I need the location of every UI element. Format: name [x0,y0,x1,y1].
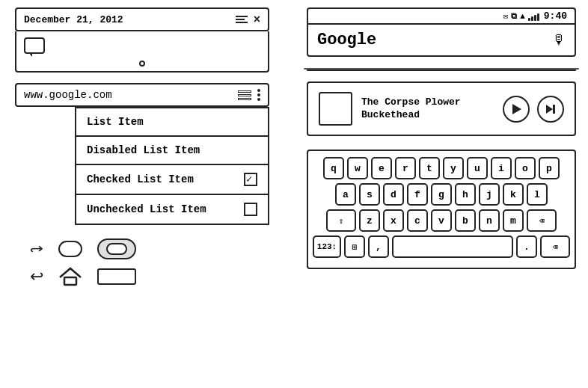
wifi-icon: ▲ [520,12,525,21]
skip-inner [546,105,555,114]
bottom-nav-row2: ↩ [30,267,292,286]
browser-date: December 21, 2012 [24,14,123,25]
key-special[interactable]: ⊞ [344,235,365,258]
key-o[interactable]: o [515,157,536,179]
google-search-bar[interactable]: Google 🎙 [307,23,576,57]
key-v[interactable]: v [431,209,452,232]
home-button[interactable] [58,241,82,257]
list-item-checked-label: Checked List Item [87,173,194,185]
key-e[interactable]: e [371,157,392,179]
filter-icon[interactable] [236,16,248,23]
key-b[interactable]: b [455,209,476,232]
mic-icon[interactable]: 🎙 [552,32,566,48]
song-title: The Corpse Plower Buckethead [361,96,494,122]
confirm-button[interactable] [97,238,136,259]
bottom-nav-row1: ↩ [30,238,292,259]
keyboard-row-1: q w e r t y u i o p [313,157,570,179]
stack-icon[interactable] [238,90,251,100]
google-search-text: Google [317,31,376,49]
key-j[interactable]: j [479,183,500,206]
key-q[interactable]: q [323,157,344,179]
key-f[interactable]: f [407,183,428,206]
key-num[interactable]: 123↕ [313,235,341,258]
key-l[interactable]: l [527,183,548,206]
key-z[interactable]: z [359,209,380,232]
key-m[interactable]: m [503,209,524,232]
divider-line [307,69,576,71]
key-w[interactable]: w [347,157,368,179]
key-r[interactable]: r [395,157,416,179]
keyboard-row-2: a s d f g h j k l [313,183,570,206]
play-controls [503,96,564,123]
key-a[interactable]: a [335,183,356,206]
mail-icon: ✉ [503,11,509,21]
music-player: The Corpse Plower Buckethead [307,81,576,136]
more-options-icon[interactable] [257,89,260,101]
key-i[interactable]: i [491,157,512,179]
key-backspace2[interactable]: ⌫ [540,235,570,258]
key-h[interactable]: h [455,183,476,206]
keyboard: q w e r t y u i o p a s d f g h j k l ⇧ … [307,150,576,269]
rect-button[interactable] [97,268,136,285]
keyboard-row-3: ⇧ z x c v b n m ⌫ [313,209,570,232]
left-panel: December 21, 2012 × www.google.com List … [15,7,292,286]
key-period[interactable]: . [516,235,537,258]
checkbox-empty-icon[interactable] [244,203,257,216]
key-k[interactable]: k [503,183,524,206]
key-t[interactable]: t [419,157,440,179]
play-triangle-icon [512,104,521,114]
back-button[interactable]: ↩ [30,241,43,257]
browser-content [15,31,269,73]
home-icon[interactable] [58,267,82,286]
skip-bar-icon [553,105,555,114]
keyboard-row-4: 123↕ ⊞ , . ⌫ [313,235,570,258]
key-c[interactable]: c [407,209,428,232]
time-display: 9:40 [544,10,567,22]
checkbox-checked-icon[interactable] [244,173,257,186]
play-button[interactable] [503,96,530,123]
list-item-unchecked[interactable]: Unchecked List Item [75,194,269,225]
list-item-disabled: Disabled List Item [75,135,269,164]
key-y[interactable]: y [443,157,464,179]
key-d[interactable]: d [383,183,404,206]
status-icons: ✉ ⧉ ▲ [503,11,539,21]
key-g[interactable]: g [431,183,452,206]
album-art [319,92,352,126]
list-item-disabled-label: Disabled List Item [87,144,200,156]
list-items: List Item Disabled List Item Checked Lis… [75,107,269,225]
key-shift[interactable]: ⇧ [326,209,356,232]
url-bar[interactable]: www.google.com [15,83,269,107]
key-s[interactable]: s [359,183,380,206]
list-item-unchecked-label: Unchecked List Item [87,203,206,215]
svg-rect-0 [64,277,76,285]
key-space[interactable] [392,235,513,258]
key-backspace[interactable]: ⌫ [527,209,557,232]
list-item-checked[interactable]: Checked List Item [75,164,269,194]
browser-top-bar: December 21, 2012 × [15,7,269,31]
key-n[interactable]: n [479,209,500,232]
signal-bars [528,12,539,21]
right-panel: ✉ ⧉ ▲ 9:40 Google 🎙 The Corpse Plower Bu… [307,7,576,269]
chat-icon [24,37,45,54]
close-icon[interactable]: × [254,13,260,25]
image-icon: ⧉ [511,12,517,21]
confirm-inner [106,243,127,255]
url-text: www.google.com [24,89,112,101]
key-p[interactable]: p [539,157,560,179]
url-icons [238,89,260,101]
list-item-label: List Item [87,116,144,128]
skip-button[interactable] [537,96,564,123]
key-x[interactable]: x [383,209,404,232]
song-info: The Corpse Plower Buckethead [361,96,494,122]
circle-dot [139,61,145,67]
browser-controls: × [236,13,260,25]
key-comma[interactable]: , [368,235,389,258]
skip-triangle-icon [546,105,553,114]
back-button2[interactable]: ↩ [30,267,43,286]
list-item-normal[interactable]: List Item [75,107,269,135]
key-u[interactable]: u [467,157,488,179]
phone-status-bar: ✉ ⧉ ▲ 9:40 [307,7,576,23]
